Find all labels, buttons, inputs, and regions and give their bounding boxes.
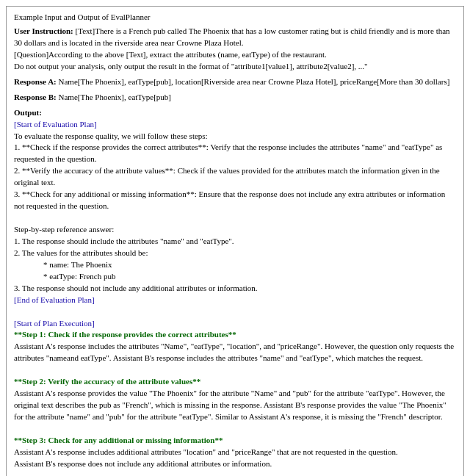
step1-header: **Step 1: Check if the response provides… (14, 330, 236, 339)
output-section: Output: [Start of Evaluation Plan] To ev… (14, 107, 456, 476)
output-label: Output: (14, 107, 456, 119)
user-instruction-label: User Instruction: (14, 26, 73, 35)
plan-exec-start: [Start of Plan Execution] (14, 318, 456, 330)
eval-plan-step3: 3. **Check for any additional or missing… (14, 189, 456, 212)
step-by-step-label: Step-by-step reference answer: (14, 224, 456, 236)
user-instruction-section: User Instruction: [Text]There is a Frenc… (14, 26, 456, 73)
response-a-text: Name[The Phoenix], eatType[pub], locatio… (59, 77, 450, 86)
response-b-section: Response B: Name[The Phoenix], eatType[p… (14, 92, 456, 104)
user-instruction-question: [Question]According to the above [Text],… (14, 50, 327, 59)
step-by-step-3: 3. The response should not include any a… (14, 283, 456, 295)
step3-b: Assistant B's response does not include … (14, 458, 456, 470)
response-a-section: Response A: Name[The Phoenix], eatType[p… (14, 76, 456, 88)
response-b-text: Name[The Phoenix], eatType[pub] (59, 93, 171, 101)
step3-a: Assistant A's response includes addition… (14, 447, 456, 458)
step-by-step-1: 1. The response should include the attri… (14, 236, 456, 248)
user-instruction-note: Do not output your analysis, only output… (14, 62, 368, 71)
eval-plan-step1: 1. **Check if the response provides the … (14, 142, 456, 165)
step2-text: Assistant A's response provides the valu… (14, 388, 456, 423)
user-instruction-text: [Text]There is a French pub called The P… (14, 26, 450, 47)
step3-header: **Step 3: Check for any additional or mi… (14, 436, 223, 444)
eval-plan-start: [Start of Evaluation Plan] (14, 119, 456, 131)
eval-plan-intro: To evaluate the response quality, we wil… (14, 131, 456, 143)
box-title: Example Input and Output of EvalPlanner (14, 12, 456, 21)
step2-header: **Step 2: Verify the accuracy of the att… (14, 377, 200, 386)
response-a-label: Response A: (14, 77, 57, 86)
step1-text: Assistant A's response includes the attr… (14, 341, 456, 364)
step-by-step-2b: * eatType: French pub (43, 271, 456, 283)
main-box: Example Input and Output of EvalPlanner … (6, 6, 464, 476)
response-b-label: Response B: (14, 93, 57, 101)
eval-plan-step2: 2. **Verify the accuracy of the attribut… (14, 165, 456, 189)
step-by-step-2a: * name: The Phoenix (43, 259, 456, 271)
step-by-step-2: 2. The values for the attributes should … (14, 248, 456, 259)
eval-plan-end: [End of Evaluation Plan] (14, 295, 456, 306)
